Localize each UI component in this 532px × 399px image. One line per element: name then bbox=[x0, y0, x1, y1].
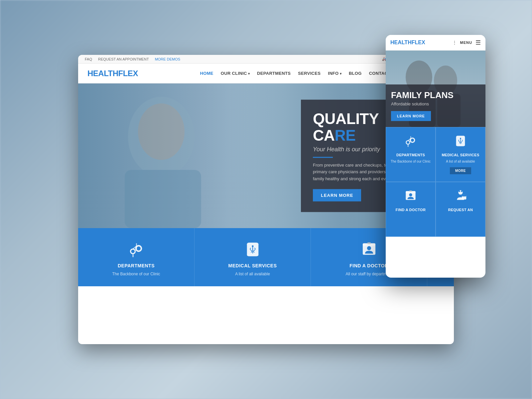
logo[interactable]: HEALTHFLEX bbox=[87, 69, 138, 78]
mobile-hamburger-icon[interactable]: ☰ bbox=[475, 39, 481, 46]
svg-rect-41 bbox=[460, 190, 461, 193]
mobile-cell-departments[interactable]: DEPARTMENTS The Backbone of our Clinic bbox=[386, 127, 436, 182]
mobile-doctor-icon bbox=[404, 189, 417, 205]
nav-info[interactable]: INFO bbox=[328, 71, 341, 76]
mobile-cell-request[interactable]: REQUEST AN bbox=[436, 182, 485, 237]
mobile-learn-more-button[interactable]: LEARN MORE bbox=[391, 111, 431, 121]
departments-icon bbox=[128, 240, 145, 260]
departments-subtitle: The Backbone of our Clinic bbox=[112, 272, 160, 276]
mobile-service-grid: DEPARTMENTS The Backbone of our Clinic M… bbox=[386, 127, 485, 237]
svg-rect-1 bbox=[125, 170, 201, 228]
more-demos-link[interactable]: MORE DEMOS bbox=[155, 57, 180, 61]
faq-link[interactable]: FAQ bbox=[85, 57, 92, 61]
mobile-nav-icons: ⋮ MENU ☰ bbox=[452, 39, 481, 46]
mobile-more-button[interactable]: MORE bbox=[450, 167, 471, 174]
svg-point-37 bbox=[409, 193, 412, 196]
svg-point-27 bbox=[407, 141, 409, 144]
mobile-medical-title: MEDICAL SERVICES bbox=[442, 153, 479, 157]
mobile-hero-overlay: FAMILY PLANS Affordable solutions LEARN … bbox=[386, 84, 485, 127]
svg-point-14 bbox=[367, 246, 371, 250]
svg-rect-15 bbox=[367, 242, 370, 244]
mobile-cell-medical[interactable]: MEDICAL SERVICES A list of all available… bbox=[436, 127, 485, 182]
mobile-request-icon bbox=[454, 189, 467, 205]
nav-departments[interactable]: DEPARTMENTS bbox=[257, 71, 291, 76]
mobile-hero-heading: FAMILY PLANS bbox=[391, 90, 480, 100]
mobile-logo-accent: FLEX bbox=[412, 40, 425, 45]
mobile-medical-icon bbox=[454, 134, 467, 150]
doctor-image bbox=[78, 83, 284, 228]
doctor-subtitle: All our staff by department bbox=[346, 272, 392, 276]
top-bar-links: FAQ REQUEST AN APPOINTMENT MORE DEMOS bbox=[85, 57, 180, 61]
logo-text: HEALTH bbox=[87, 69, 118, 78]
nav-our-clinic[interactable]: OUR CLINIC bbox=[221, 71, 250, 76]
mobile-cell-doctor[interactable]: FIND A DOCTOR bbox=[386, 182, 436, 237]
mobile-mockup: HEALTHFLEX ⋮ MENU ☰ FAMILY PLANS Afforda… bbox=[386, 35, 485, 278]
hero-learn-more-button[interactable]: LEARN MORE bbox=[313, 189, 361, 201]
svg-point-6 bbox=[136, 246, 140, 250]
nav-home[interactable]: HOME bbox=[200, 71, 213, 76]
mobile-request-title: REQUEST AN bbox=[448, 208, 473, 212]
mobile-departments-icon bbox=[404, 134, 417, 150]
mobile-logo-text: HEALTH bbox=[390, 40, 412, 45]
doctor-icon bbox=[360, 240, 378, 260]
mobile-logo: HEALTHFLEX bbox=[390, 40, 425, 46]
hero-divider bbox=[313, 157, 333, 158]
svg-point-4 bbox=[131, 249, 134, 253]
svg-rect-30 bbox=[408, 145, 408, 147]
service-card-departments[interactable]: DEPARTMENTS The Backbone of our Clinic bbox=[78, 228, 195, 286]
appointment-link[interactable]: REQUEST AN APPOINTMENT bbox=[98, 57, 149, 61]
logo-accent: FLEX bbox=[118, 69, 138, 78]
mobile-hero-subtitle: Affordable solutions bbox=[391, 101, 480, 106]
doctor-title: FIND A DOCTOR bbox=[349, 263, 388, 268]
mobile-departments-title: DEPARTMENTS bbox=[396, 153, 425, 157]
svg-rect-7 bbox=[132, 254, 133, 257]
mobile-doctor-title: FIND A DOCTOR bbox=[396, 208, 426, 212]
nav-services[interactable]: SERVICES bbox=[298, 71, 321, 76]
service-card-medical[interactable]: MEDICAL SERVICES A list of all available bbox=[195, 228, 311, 286]
nav-blog[interactable]: BLOG bbox=[349, 71, 362, 76]
svg-point-2 bbox=[138, 103, 185, 160]
departments-title: DEPARTMENTS bbox=[118, 263, 155, 268]
svg-point-29 bbox=[411, 139, 414, 142]
svg-point-34 bbox=[460, 138, 461, 139]
svg-point-11 bbox=[252, 245, 253, 247]
mobile-hero: FAMILY PLANS Affordable solutions LEARN … bbox=[386, 51, 485, 127]
mobile-departments-subtitle: The Backbone of our Clinic bbox=[391, 160, 431, 163]
medical-subtitle: A list of all available bbox=[235, 272, 270, 276]
mobile-nav: HEALTHFLEX ⋮ MENU ☰ bbox=[386, 35, 485, 51]
mobile-medical-subtitle: A list of all available bbox=[446, 160, 475, 163]
mobile-share-icon[interactable]: ⋮ bbox=[452, 40, 457, 45]
medical-title: MEDICAL SERVICES bbox=[228, 263, 277, 268]
medical-icon bbox=[244, 240, 261, 260]
svg-rect-38 bbox=[409, 191, 412, 192]
mobile-menu-label: MENU bbox=[460, 41, 472, 45]
